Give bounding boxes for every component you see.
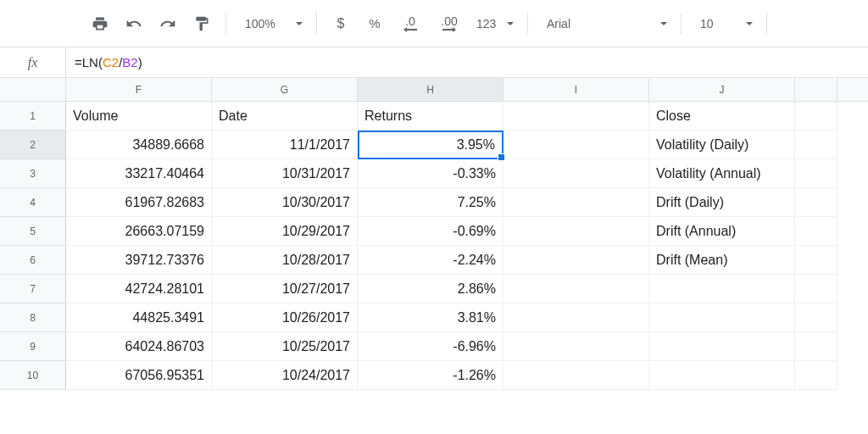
cell[interactable] bbox=[795, 131, 837, 159]
cell[interactable]: 10/26/2017 bbox=[212, 303, 358, 332]
col-header-h[interactable]: H bbox=[358, 78, 504, 101]
cell[interactable]: 34889.6668 bbox=[66, 131, 212, 159]
cell[interactable]: -6.96% bbox=[358, 332, 504, 361]
cell[interactable] bbox=[649, 361, 795, 390]
cell[interactable] bbox=[795, 303, 837, 332]
cell[interactable]: Returns bbox=[358, 102, 504, 131]
cell[interactable]: 3.95% bbox=[358, 131, 504, 159]
cell[interactable]: 10/27/2017 bbox=[212, 275, 358, 303]
row-header-8[interactable]: 8 bbox=[0, 303, 66, 332]
cell[interactable] bbox=[795, 361, 837, 390]
col-header-extra[interactable] bbox=[795, 78, 837, 101]
cell[interactable]: 42724.28101 bbox=[66, 275, 212, 303]
cell[interactable]: 2.86% bbox=[358, 275, 504, 303]
currency-button[interactable]: $ bbox=[326, 8, 356, 39]
table-row: 639712.7337610/28/2017-2.24%Drift (Mean) bbox=[0, 246, 868, 275]
cell[interactable]: -2.24% bbox=[358, 246, 504, 275]
cell[interactable] bbox=[795, 275, 837, 303]
cell[interactable] bbox=[795, 332, 837, 361]
cell[interactable]: -0.33% bbox=[358, 159, 504, 188]
cell[interactable]: 11/1/2017 bbox=[212, 131, 358, 159]
cell[interactable]: 10/24/2017 bbox=[212, 361, 358, 390]
caret-icon bbox=[746, 22, 753, 25]
cell[interactable]: Volatility (Annual) bbox=[649, 159, 795, 188]
cell[interactable] bbox=[504, 275, 649, 303]
cell[interactable]: 10/29/2017 bbox=[212, 217, 358, 246]
cell[interactable] bbox=[504, 159, 649, 188]
cell[interactable] bbox=[795, 159, 837, 188]
cell[interactable] bbox=[795, 188, 837, 217]
cell[interactable]: 10/31/2017 bbox=[212, 159, 358, 188]
font-dropdown[interactable]: Arial bbox=[537, 8, 672, 39]
row-header-7[interactable]: 7 bbox=[0, 275, 66, 303]
cell[interactable]: 10/25/2017 bbox=[212, 332, 358, 361]
col-header-g[interactable]: G bbox=[212, 78, 358, 101]
cell[interactable] bbox=[504, 303, 649, 332]
cell[interactable]: Drift (Daily) bbox=[649, 188, 795, 217]
cell[interactable] bbox=[795, 102, 837, 131]
cell[interactable] bbox=[649, 332, 795, 361]
cell[interactable]: 44825.3491 bbox=[66, 303, 212, 332]
cell[interactable]: Date bbox=[212, 102, 358, 131]
row-header-9[interactable]: 9 bbox=[0, 332, 66, 361]
cell[interactable] bbox=[504, 361, 649, 390]
row-header-4[interactable]: 4 bbox=[0, 188, 66, 217]
percent-button[interactable]: % bbox=[359, 8, 390, 39]
cell[interactable] bbox=[649, 303, 795, 332]
row-header-10[interactable]: 10 bbox=[0, 361, 66, 390]
cell[interactable]: Drift (Annual) bbox=[649, 217, 795, 246]
cell[interactable] bbox=[504, 246, 649, 275]
redo-button[interactable] bbox=[153, 8, 183, 39]
cell[interactable] bbox=[795, 246, 837, 275]
caret-icon bbox=[507, 22, 514, 25]
row-header-5[interactable]: 5 bbox=[0, 217, 66, 246]
formula-bar: fx =LN(C2/B2) bbox=[0, 47, 868, 78]
table-row: 461967.8268310/30/20177.25%Drift (Daily) bbox=[0, 188, 868, 217]
formula-input[interactable]: =LN(C2/B2) bbox=[66, 47, 868, 77]
row-header-6[interactable]: 6 bbox=[0, 246, 66, 275]
table-row: 964024.8670310/25/2017-6.96% bbox=[0, 332, 868, 361]
cell[interactable] bbox=[504, 188, 649, 217]
col-header-j[interactable]: J bbox=[649, 78, 795, 101]
cell[interactable]: 39712.73376 bbox=[66, 246, 212, 275]
column-headers: F G H I J bbox=[0, 78, 868, 102]
cell[interactable]: 3.81% bbox=[358, 303, 504, 332]
cell[interactable]: Volume bbox=[66, 102, 212, 131]
number-format-dropdown[interactable]: 123 bbox=[471, 8, 519, 39]
increase-decimal-button[interactable]: .00 bbox=[431, 8, 468, 39]
cell[interactable] bbox=[504, 102, 649, 131]
cell[interactable]: 10/28/2017 bbox=[212, 246, 358, 275]
cell[interactable]: Close bbox=[649, 102, 795, 131]
cell[interactable] bbox=[504, 131, 649, 159]
zoom-dropdown[interactable]: 100% bbox=[235, 8, 308, 39]
cell[interactable]: 26663.07159 bbox=[66, 217, 212, 246]
cell[interactable] bbox=[795, 217, 837, 246]
select-all-corner[interactable] bbox=[0, 78, 66, 101]
row-header-3[interactable]: 3 bbox=[0, 159, 66, 188]
row-header-1[interactable]: 1 bbox=[0, 102, 66, 131]
paint-format-button[interactable] bbox=[186, 8, 217, 39]
cell[interactable]: 33217.40464 bbox=[66, 159, 212, 188]
print-button[interactable] bbox=[85, 8, 115, 39]
cell[interactable] bbox=[649, 275, 795, 303]
cell[interactable]: 64024.86703 bbox=[66, 332, 212, 361]
undo-button[interactable] bbox=[119, 8, 149, 39]
col-header-i[interactable]: I bbox=[504, 78, 649, 101]
cell[interactable]: 67056.95351 bbox=[66, 361, 212, 390]
toolbar: 100% $ % .0 .00 123 Arial 10 bbox=[0, 0, 868, 47]
row-header-2[interactable]: 2 bbox=[0, 131, 66, 159]
separator bbox=[225, 13, 226, 35]
cell[interactable] bbox=[504, 332, 649, 361]
caret-icon bbox=[296, 22, 303, 25]
cell[interactable]: Volatility (Daily) bbox=[649, 131, 795, 159]
decrease-decimal-button[interactable]: .0 bbox=[393, 8, 427, 39]
cell[interactable]: Drift (Mean) bbox=[649, 246, 795, 275]
cell[interactable] bbox=[504, 217, 649, 246]
cell[interactable]: 10/30/2017 bbox=[212, 188, 358, 217]
cell[interactable]: -0.69% bbox=[358, 217, 504, 246]
font-size-dropdown[interactable]: 10 bbox=[690, 8, 758, 39]
cell[interactable]: 61967.82683 bbox=[66, 188, 212, 217]
col-header-f[interactable]: F bbox=[66, 78, 212, 101]
cell[interactable]: 7.25% bbox=[358, 188, 504, 217]
cell[interactable]: -1.26% bbox=[358, 361, 504, 390]
